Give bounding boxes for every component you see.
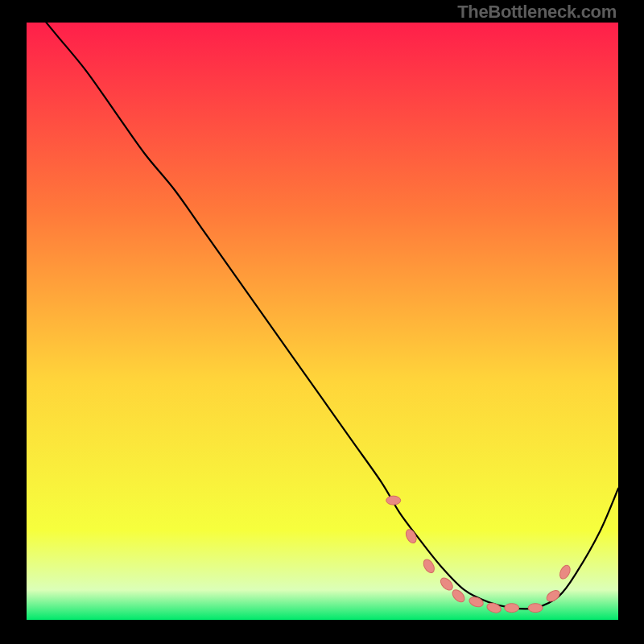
marker-point (505, 604, 519, 613)
marker-point (528, 604, 543, 613)
attribution-text: TheBottleneck.com (457, 2, 617, 23)
marker-point (386, 496, 401, 505)
chart-container: TheBottleneck.com (0, 0, 644, 644)
bottleneck-chart (0, 0, 644, 644)
